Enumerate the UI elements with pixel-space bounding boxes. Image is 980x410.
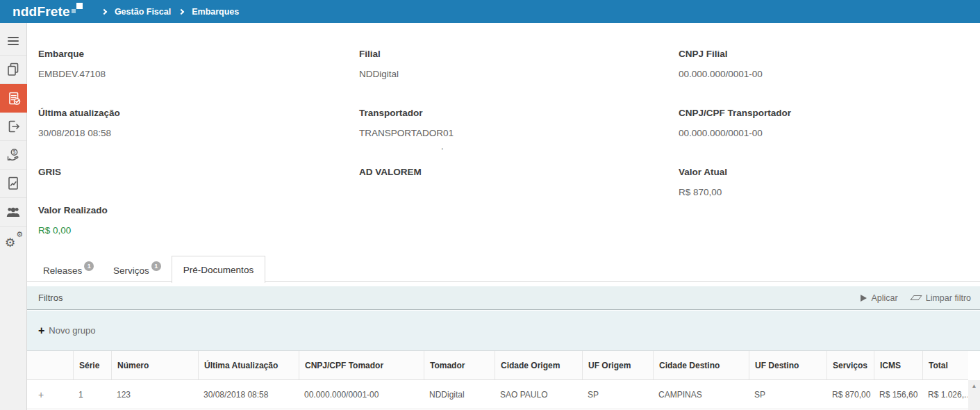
cell-uf-destino: SP [749, 380, 827, 409]
field-value: 00.000.000/0001-00 [679, 69, 763, 79]
copy-documents-icon [5, 61, 22, 78]
sidebar-item-payments[interactable]: $ [0, 141, 26, 170]
column-header-icms[interactable]: ICMS [874, 351, 922, 379]
field-ultima-atualizacao: Última atualização 30/08/2018 08:58 [38, 108, 120, 118]
plus-icon: + [38, 325, 44, 337]
column-header-numero[interactable]: Número [111, 351, 198, 379]
field-gris: GRIS [38, 167, 61, 177]
column-header-cidade-destino[interactable]: Cidade Destino [653, 351, 749, 379]
svg-text:$: $ [13, 149, 16, 154]
column-header-total[interactable]: Total [922, 351, 967, 379]
settings-gears-icon: ⚙ ⚙ [5, 233, 22, 249]
money-hand-icon: $ [5, 147, 22, 163]
sidebar-item-menu[interactable] [0, 27, 26, 56]
field-filial: Filial NDDigital [359, 49, 381, 59]
app-logo: nddFrete [13, 4, 83, 19]
field-value: NDDigital [359, 69, 399, 79]
field-valor-realizado: Valor Realizado R$ 0,00 [38, 205, 108, 215]
cell-tomador: NDDigital [424, 380, 495, 409]
export-icon [5, 118, 22, 135]
field-label: GRIS [38, 167, 61, 177]
main-content: Embarque EMBDEV.47108 Filial NDDigital C… [27, 23, 980, 410]
apply-filter-button[interactable]: Aplicar [861, 293, 897, 303]
cell-uf-origem: SP [582, 380, 653, 409]
cell-cidade-destino: CAMPINAS [653, 380, 749, 409]
tab-bar: Releases1 Serviços1 Pré-Documentos [27, 256, 980, 282]
column-header-expand[interactable] [27, 351, 73, 379]
column-header-ultima-atualizacao[interactable]: Última Atualização [198, 351, 299, 379]
document-check-icon [6, 90, 22, 107]
play-icon [861, 295, 867, 302]
column-header-uf-destino[interactable]: UF Destino [749, 351, 827, 379]
table-header: Série Número Última Atualização CNPJ/CPF… [27, 351, 968, 380]
eraser-icon [910, 295, 922, 300]
column-header-servicos[interactable]: Serviços [827, 351, 874, 379]
table-row[interactable]: + 1 123 30/08/2018 08:58 00.000.000/0001… [27, 380, 968, 409]
tab-servicos-badge: 1 [151, 261, 161, 271]
field-cnpj-filial: CNPJ Filial 00.000.000/0001-00 [679, 49, 728, 59]
field-ad-valorem: AD VALOREM [359, 167, 422, 177]
field-label: Valor Realizado [38, 205, 108, 215]
app-header: nddFrete Gestão Fiscal Embarques [0, 0, 980, 23]
users-icon [5, 204, 22, 220]
column-header-cidade-origem[interactable]: Cidade Origem [495, 351, 582, 379]
field-label: CNPJ/CPF Transportador [679, 108, 791, 118]
stray-dot: . [441, 141, 444, 151]
cell-servicos: R$ 870,00 [827, 380, 874, 409]
column-header-cnpj-cpf-tomador[interactable]: CNPJ/CPF Tomador [299, 351, 424, 379]
tab-releases-badge: 1 [84, 261, 94, 271]
chevron-right-icon [101, 8, 107, 14]
filter-bar: Filtros Aplicar Limpar filtro [27, 286, 980, 310]
field-label: Transportador [359, 108, 423, 118]
cell-numero: 123 [111, 380, 198, 409]
cell-ultima-atualizacao: 30/08/2018 08:58 [198, 380, 299, 409]
field-value: R$ 0,00 [38, 225, 71, 236]
menu-icon [5, 33, 22, 49]
app-logo-squares-icon [72, 3, 83, 13]
field-embarque: Embarque EMBDEV.47108 [38, 49, 84, 59]
tab-releases[interactable]: Releases1 [43, 265, 92, 277]
report-chart-icon [5, 175, 22, 192]
field-label: CNPJ Filial [679, 49, 728, 59]
field-label: Valor Atual [679, 167, 727, 177]
field-transportador: Transportador TRANSPORTADOR01 [359, 108, 423, 118]
breadcrumb-embarques[interactable]: Embarques [192, 7, 239, 17]
table-vertical-scrollbar[interactable]: ▲ [968, 380, 980, 410]
column-header-serie[interactable]: Série [73, 351, 111, 379]
cell-total: R$ 1.026,... [922, 380, 967, 409]
column-header-uf-origem[interactable]: UF Origem [582, 351, 653, 379]
field-value: EMBDEV.47108 [38, 69, 106, 79]
app-logo-text: nddFrete [13, 4, 70, 19]
clear-filter-button[interactable]: Limpar filtro [912, 293, 971, 303]
cell-cnpj-cpf-tomador: 00.000.000/0001-00 [299, 380, 424, 409]
sidebar-item-reports[interactable] [0, 170, 26, 198]
group-toolbar: + Novo grupo [27, 311, 980, 351]
sidebar-item-settings[interactable]: ⚙ ⚙ [0, 227, 26, 255]
field-label: Filial [359, 49, 381, 59]
field-label: Última atualização [38, 108, 120, 118]
sidebar-item-users[interactable] [0, 198, 26, 227]
cell-serie: 1 [73, 380, 111, 409]
filters-title: Filtros [38, 293, 63, 303]
chevron-right-icon [178, 8, 184, 14]
field-value: 30/08/2018 08:58 [38, 128, 111, 138]
column-header-tomador[interactable]: Tomador [424, 351, 495, 379]
sidebar-item-fiscal-documents[interactable] [0, 84, 27, 113]
tab-servicos[interactable]: Serviços1 [113, 265, 159, 277]
scroll-up-arrow-icon[interactable]: ▲ [968, 380, 980, 392]
sidebar-item-documents[interactable] [0, 56, 26, 84]
field-value: TRANSPORTADOR01 [359, 128, 454, 138]
breadcrumb-gestao-fiscal[interactable]: Gestão Fiscal [115, 7, 171, 17]
cell-icms: R$ 156,60 [874, 380, 922, 409]
new-group-button[interactable]: Novo grupo [49, 325, 95, 336]
sidebar: $ ⚙ ⚙ [0, 23, 27, 410]
field-label: Embarque [38, 49, 84, 59]
field-valor-atual: Valor Atual R$ 870,00 [679, 167, 727, 177]
field-value: R$ 870,00 [679, 187, 722, 197]
field-cnpj-cpf-transportador: CNPJ/CPF Transportador 00.000.000/0001-0… [679, 108, 791, 118]
cell-cidade-origem: SAO PAULO [495, 380, 582, 409]
row-expand-button[interactable]: + [27, 380, 73, 409]
sidebar-item-export[interactable] [0, 113, 26, 141]
field-value: 00.000.000/0001-00 [679, 128, 763, 138]
tab-pre-documentos[interactable]: Pré-Documentos [172, 256, 265, 283]
